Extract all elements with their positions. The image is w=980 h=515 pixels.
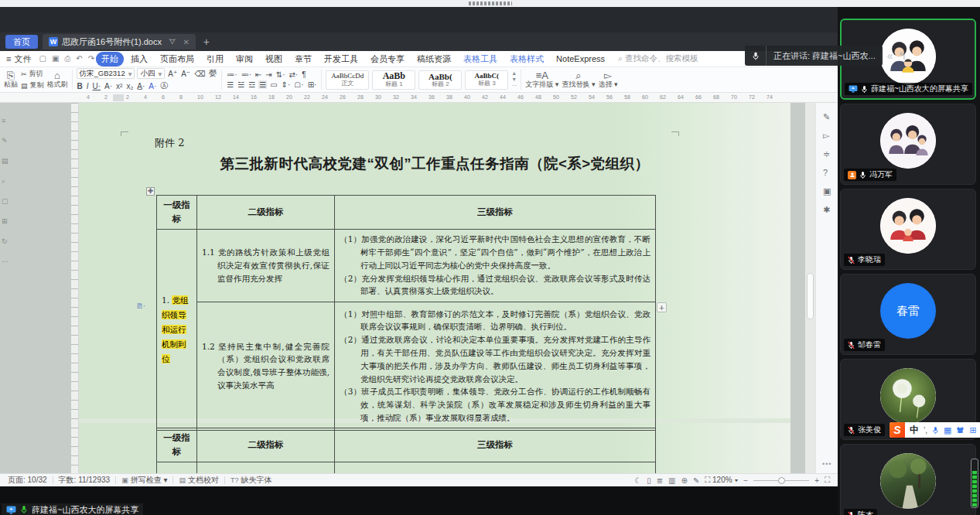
menu-tab-member[interactable]: 会员专享 [365, 52, 410, 67]
help-icon[interactable]: ? [823, 168, 828, 177]
redo-icon[interactable]: ↷ [88, 54, 94, 63]
subscript-button[interactable]: x₂ [125, 82, 134, 90]
menu-tab-review[interactable]: 审阅 [230, 52, 258, 67]
vertical-scrollbar[interactable] [805, 103, 815, 473]
ime-keyboard-icon[interactable]: ▦ [944, 425, 951, 435]
web-view-icon[interactable]: ▥ [668, 476, 675, 485]
menu-tab-noteexpress[interactable]: NoteExpress [551, 53, 610, 65]
style-heading3[interactable]: AaBbC( 标题 3 [465, 70, 508, 90]
strikethrough-button[interactable]: A· [104, 82, 113, 90]
vertical-ruler[interactable] [71, 103, 79, 473]
format-painter-button[interactable]: ⌂ 格式刷 [47, 70, 68, 89]
more-tools-icon[interactable]: ••• [822, 460, 831, 468]
style-heading2[interactable]: AaBb( 标题 2 [418, 70, 462, 90]
outline-view-icon[interactable]: ≣ [657, 476, 663, 485]
style-heading1[interactable]: AaBb 标题 1 [372, 70, 415, 90]
page-view-icon[interactable]: ▯ [647, 476, 651, 485]
cut-button[interactable]: ✂剪切 [21, 69, 44, 79]
pen-tool-icon[interactable]: ✎ [823, 112, 830, 122]
styles-more-icon[interactable]: ⋯ [511, 83, 517, 89]
participant-tile[interactable]: 春雷 邹春雷 [840, 274, 976, 355]
phonetic-icon[interactable]: 嫈 [208, 68, 217, 79]
home-tab[interactable]: 首页 [5, 35, 38, 49]
underline-button[interactable]: U· [92, 82, 102, 90]
reader-view-icon[interactable]: ⊕ [681, 476, 688, 485]
line-spacing-icon[interactable]: ⇕· [281, 80, 292, 89]
bold-button[interactable]: B [77, 82, 84, 90]
shrink-font-icon[interactable]: A⁻ [180, 70, 191, 78]
export-image-icon[interactable]: ▣ [823, 186, 831, 196]
left-rail-icon-history[interactable]: ↻ [2, 237, 8, 245]
ime-voice-icon[interactable] [932, 426, 939, 435]
align-left-icon[interactable]: ☰ [226, 80, 234, 89]
fullscreen-icon[interactable]: ⛶ [825, 476, 830, 485]
participant-tile[interactable]: 李晓瑞 [840, 189, 976, 270]
new-tab-button[interactable]: + [203, 36, 210, 48]
zoom-in-button[interactable]: + [814, 476, 819, 485]
file-menu[interactable]: ≡文件 [6, 53, 31, 65]
italic-button[interactable]: I [86, 82, 90, 90]
select-cursor-icon[interactable]: ▻ [823, 131, 829, 141]
borders-icon[interactable]: ⊞· [307, 80, 318, 89]
document-tab[interactable]: W 思政厅函16号附件(1).docx ᗊ ✕ [43, 34, 196, 49]
ime-toolbox-icon[interactable]: ⊞ [969, 425, 976, 435]
table-move-handle[interactable]: ✚ [146, 187, 155, 196]
text-layout-button[interactable]: ≡A 文字排版 ▾ [525, 70, 558, 89]
superscript-button[interactable]: x² [115, 82, 123, 90]
sort-icon[interactable]: ⇅· [275, 70, 286, 79]
menu-tab-table-tools[interactable]: 表格工具 [458, 52, 503, 67]
comment-marker[interactable]: 🖹· [136, 302, 145, 310]
left-rail-icon-find[interactable]: ⌕ [2, 177, 5, 186]
number-list-icon[interactable]: ≕· [241, 70, 252, 79]
increase-indent-icon[interactable]: ⇥ [265, 70, 272, 79]
distribute-icon[interactable]: ▭ [269, 80, 278, 89]
justify-icon[interactable]: ☰ [258, 80, 267, 89]
scrollbar-thumb[interactable] [807, 273, 814, 319]
ime-skin-icon[interactable] [956, 426, 965, 434]
menu-tab-table-style[interactable]: 表格样式 [504, 52, 549, 67]
menu-tab-section[interactable]: 章节 [289, 52, 317, 67]
styles-up-icon[interactable]: ▲ [511, 70, 517, 76]
find-replace-button[interactable]: ⌕ 查找替换 ▾ [562, 70, 595, 89]
font-color-button[interactable]: A· [148, 82, 157, 90]
text-direction-icon[interactable]: ⇄· [288, 70, 299, 79]
command-search[interactable]: ⌕ 查找命令、搜索模板 [618, 53, 698, 64]
menu-tab-references[interactable]: 引用 [201, 52, 229, 67]
copy-button[interactable]: ▤复制 [21, 80, 44, 90]
document-page[interactable]: 附件 2 第三批新时代高校党建“双创”工作重点任务指南（院<系>党组织） ✚ 🖹… [79, 103, 790, 473]
sogou-logo-icon[interactable]: S [890, 422, 905, 438]
left-rail-icon-edit[interactable]: ✎ [2, 137, 8, 145]
adjust-settings-icon[interactable]: ≑ [823, 149, 830, 159]
settings-gear-icon[interactable]: ✱ [823, 205, 830, 215]
left-rail-icon-comment[interactable]: ⊞ [2, 217, 8, 225]
decrease-indent-icon[interactable]: ⇤ [254, 70, 262, 79]
left-rail-icon-bookmark[interactable]: ▢ [2, 197, 9, 205]
undo-icon[interactable]: ↶ [76, 54, 82, 63]
left-rail-icon-more[interactable]: ⋯ [2, 258, 9, 265]
align-center-icon[interactable]: ☱ [237, 80, 245, 89]
horizontal-ruler[interactable]: 4224681012141618202224262830323436384042… [0, 93, 838, 103]
zoom-knob[interactable] [778, 477, 785, 484]
menu-tab-page-layout[interactable]: 页面布局 [155, 52, 200, 67]
menu-tab-view[interactable]: 视图 [260, 52, 288, 67]
eye-protect-icon[interactable]: ☾ [634, 476, 641, 485]
table-insert-row-button[interactable]: + [657, 302, 667, 312]
left-rail-icon-pages[interactable]: ▤ [2, 157, 9, 165]
show-marks-icon[interactable]: ¶ [301, 70, 306, 79]
paste-button[interactable]: ⎘ 粘贴 [4, 70, 18, 89]
ime-punctuation-toggle[interactable]: ’, [924, 426, 927, 435]
save-icon[interactable]: ▢ [39, 54, 46, 63]
menu-tab-home[interactable]: 开始 [96, 52, 124, 67]
font-name-select[interactable]: 仿宋_GB2312▾ [77, 68, 135, 79]
print-icon[interactable]: ⎙ [64, 54, 70, 63]
align-right-icon[interactable]: ☲ [248, 80, 256, 89]
menu-tab-paper-resources[interactable]: 稿纸资源 [411, 52, 456, 67]
styles-down-icon[interactable]: ▼ [511, 77, 517, 82]
bullet-list-icon[interactable]: ≔· [226, 70, 237, 79]
zoom-out-button[interactable]: − [743, 476, 748, 485]
pin-icon[interactable]: ᗊ [169, 37, 176, 46]
char-border-button[interactable]: Ⓐ [159, 80, 169, 91]
grow-font-icon[interactable]: A⁺ [167, 70, 178, 78]
word-count[interactable]: 字数: 11/12933 [59, 475, 111, 486]
highlight-button[interactable]: A̲· [136, 82, 145, 90]
